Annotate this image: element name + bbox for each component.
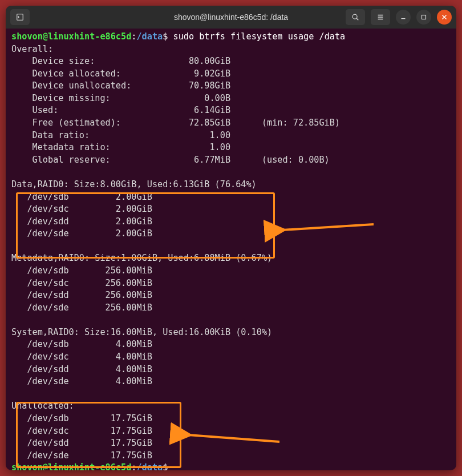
- new-tab-button[interactable]: [10, 9, 30, 25]
- titlebar: shovon@linuxhint-e86c5d: /data: [6, 6, 456, 29]
- svg-rect-7: [422, 15, 426, 19]
- maximize-button[interactable]: [416, 10, 431, 25]
- svg-line-2: [356, 18, 358, 20]
- close-button[interactable]: [437, 10, 452, 25]
- search-button[interactable]: [346, 9, 365, 25]
- minimize-button[interactable]: [396, 10, 411, 25]
- maximize-icon: [420, 13, 428, 21]
- terminal-icon: [16, 13, 24, 21]
- hamburger-icon: [376, 13, 384, 21]
- terminal-window: shovon@linuxhint-e86c5d: /data shovon@li…: [6, 6, 456, 470]
- search-icon: [351, 13, 359, 21]
- svg-rect-0: [17, 14, 23, 21]
- window-title: shovon@linuxhint-e86c5d: /data: [174, 13, 288, 22]
- menu-button[interactable]: [371, 9, 390, 25]
- close-icon: [440, 13, 448, 21]
- minimize-icon: [399, 13, 407, 21]
- svg-point-1: [352, 14, 357, 19]
- terminal-content[interactable]: shovon@linuxhint-e86c5d:/data$ sudo btrf…: [6, 29, 456, 470]
